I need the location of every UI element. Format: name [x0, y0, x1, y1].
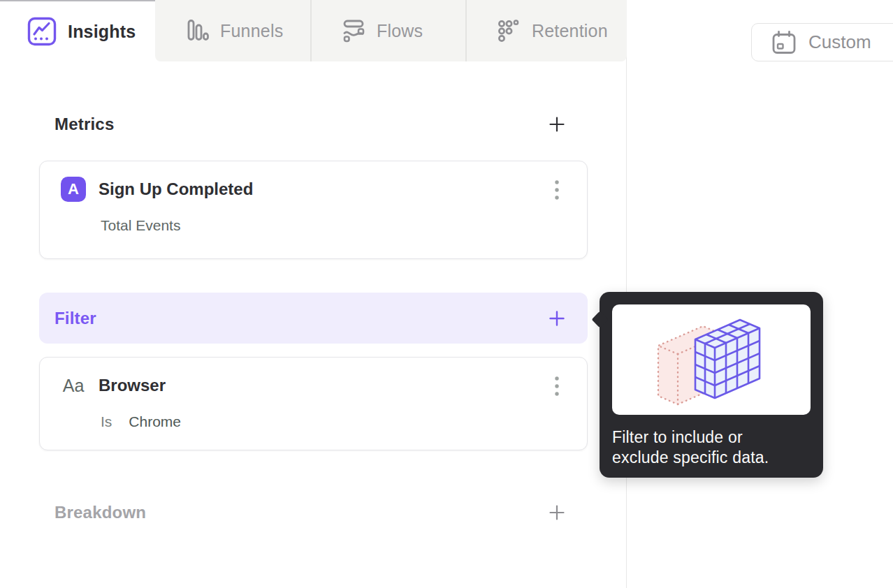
tab-insights[interactable]: Insights — [0, 0, 155, 61]
filter-operator[interactable]: Is — [101, 413, 112, 430]
report-type-tabbar: Insights Funnels — [0, 0, 627, 61]
insights-report-builder: Insights Funnels — [0, 0, 893, 588]
funnels-bars-icon — [184, 18, 210, 43]
filter-condition: Is Chrome — [101, 413, 587, 430]
breakdown-section-header: Breakdown — [39, 499, 588, 527]
filter-property-name: Browser — [99, 376, 166, 395]
calendar-icon — [771, 29, 797, 56]
filter-cube-illustration — [612, 304, 811, 415]
metric-card[interactable]: A Sign Up Completed Total Events — [39, 161, 588, 259]
filter-help-tooltip: Filter to include or exclude specific da… — [600, 292, 823, 478]
tooltip-text: Filter to include or exclude specific da… — [612, 427, 787, 467]
tab-retention[interactable]: Retention — [467, 0, 627, 61]
filter-card-main: Aa Browser — [40, 358, 587, 398]
tab-flows[interactable]: Flows — [312, 0, 467, 61]
insights-chart-icon — [27, 16, 57, 47]
date-range-custom-button[interactable]: Custom — [751, 23, 893, 61]
tab-funnels[interactable]: Funnels — [155, 0, 312, 61]
query-builder-panel: Insights Funnels — [0, 0, 627, 588]
filter-title: Filter — [55, 309, 96, 328]
breakdown-title: Breakdown — [55, 503, 146, 522]
metrics-title: Metrics — [55, 115, 114, 134]
metrics-section-header: Metrics — [39, 110, 588, 138]
add-metric-button[interactable] — [547, 115, 567, 134]
metric-aggregation[interactable]: Total Events — [101, 217, 587, 234]
filter-card[interactable]: Aa Browser Is Chrome — [39, 357, 588, 450]
metric-card-main: A Sign Up Completed — [40, 161, 587, 202]
add-breakdown-button[interactable] — [547, 503, 567, 522]
tab-insights-label: Insights — [68, 22, 136, 42]
metric-event-name: Sign Up Completed — [99, 179, 253, 199]
flows-wave-icon — [341, 18, 366, 43]
filter-card-menu-button[interactable] — [546, 374, 567, 399]
retention-grid-icon — [496, 18, 521, 43]
string-property-icon: Aa — [61, 373, 86, 398]
tab-retention-label: Retention — [532, 21, 608, 41]
filter-value[interactable]: Chrome — [129, 413, 181, 430]
metric-series-badge: A — [61, 177, 86, 202]
date-range-label: Custom — [808, 31, 871, 53]
metric-card-menu-button[interactable] — [546, 178, 567, 203]
filter-section-header[interactable]: Filter — [39, 293, 588, 344]
add-filter-button[interactable] — [547, 309, 567, 328]
tab-funnels-label: Funnels — [220, 21, 283, 41]
tab-flows-label: Flows — [377, 21, 423, 41]
